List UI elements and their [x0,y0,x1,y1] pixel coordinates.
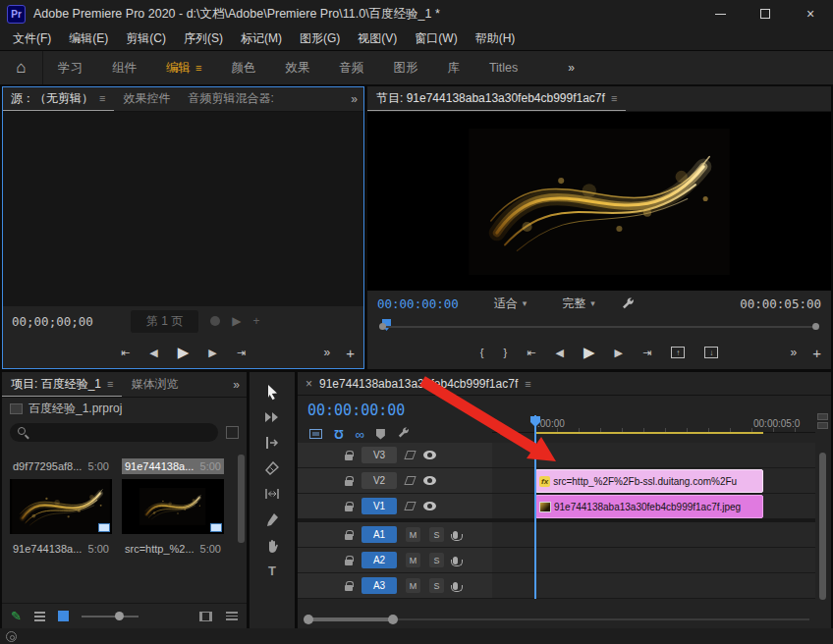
search-bin-icon[interactable] [226,426,239,439]
voiceover-record-icon[interactable] [453,557,458,564]
mute-button[interactable]: M [406,553,420,567]
program-timecode[interactable]: 00:00:00:00 [377,296,459,311]
project-menu-icon[interactable] [226,612,238,620]
menu-file[interactable]: 文件(F) [4,30,60,47]
tool-razor[interactable] [259,458,285,478]
track-lane-a2[interactable] [492,548,815,573]
home-button[interactable]: ⌂ [0,51,43,84]
solo-button[interactable]: S [429,578,444,593]
linked-selection-icon[interactable]: ∞ [356,428,364,441]
track-visibility-icon[interactable] [423,476,436,485]
timeline-clip-v2[interactable]: fx src=http_%2F%2Fb-ssl.duitang.com%2Fu [535,469,763,493]
mark-in-button[interactable]: { [480,347,484,358]
button-editor-icon[interactable]: + [346,345,355,361]
workspace-tab-effects[interactable]: 效果 [270,51,324,84]
hscroll-right-handle[interactable] [388,615,398,624]
timeline-timecode[interactable]: 00:00:00:00 [307,402,405,419]
go-to-in-button[interactable]: ⇤ [121,347,130,359]
timeline-settings-wrench-icon[interactable] [397,426,410,442]
settings-wrench-icon[interactable] [621,296,635,310]
track-visibility-icon[interactable] [423,451,436,459]
zoom-slider-handle[interactable] [115,612,124,620]
tool-type[interactable]: T [259,561,285,580]
panel-menu-icon[interactable]: ≡ [525,378,530,390]
maximize-button[interactable] [743,0,788,27]
track-target-v2[interactable]: V2 [361,472,397,489]
video-zoom-box[interactable] [817,413,828,420]
workspace-tab-assembly[interactable]: 组件 [97,51,151,84]
playhead-line[interactable] [534,415,536,599]
tab-overflow-icon[interactable]: » [343,92,364,106]
tool-ripple-edit[interactable] [259,433,285,453]
tab-effect-controls[interactable]: 效果控件 [114,86,179,111]
track-lock-icon[interactable] [345,585,353,591]
tab-audio-clip-mixer[interactable]: 音频剪辑混合器: [179,86,282,111]
timeline-clip-v1[interactable]: 91e744138aba13a30feb4cb999f1ac7f.jpeg [535,495,763,518]
lift-button[interactable]: ↑ [671,347,685,358]
program-scrubber[interactable] [367,316,831,336]
hscroll-left-handle[interactable] [304,615,313,624]
transport-overflow-icon[interactable]: » [791,346,798,359]
tab-source-monitor[interactable]: 源：（无剪辑）≡ [2,86,114,111]
track-lane-a3[interactable] [492,573,815,599]
track-target-v1[interactable]: V1 [361,498,397,514]
tool-slip[interactable] [259,484,285,504]
minimize-button[interactable] [697,0,743,27]
track-lane-v3[interactable] [492,443,815,468]
step-forward-button[interactable]: ▶ [208,347,216,359]
audio-zoom-box[interactable] [817,422,828,429]
button-editor-icon[interactable]: + [812,345,821,361]
zoom-fit-select[interactable]: 适合▾ [494,295,528,312]
panel-menu-icon[interactable]: ≡ [611,92,617,104]
sync-lock-icon[interactable] [404,502,416,510]
panel-menu-icon[interactable]: ≡ [99,92,105,104]
solo-button[interactable]: S [429,553,444,567]
drag-audio-icon[interactable]: + [252,314,259,328]
tool-hand[interactable] [259,535,285,555]
source-timecode[interactable]: 00;00;00;00 [12,314,93,329]
menu-sequence[interactable]: 序列(S) [175,30,232,47]
tab-program-monitor[interactable]: 节目: 91e744138aba13a30feb4cb999f1ac7f≡ [367,86,626,111]
workspace-overflow-icon[interactable]: » [568,61,574,75]
mute-button[interactable]: M [406,527,420,542]
snap-magnet-icon[interactable]: Ω [334,428,344,440]
track-lock-icon[interactable] [345,534,353,540]
track-lane-a1[interactable] [492,522,815,548]
tab-media-browser[interactable]: 媒体浏览 [122,372,187,397]
sync-lock-icon[interactable] [404,476,416,485]
track-target-v3[interactable]: V3 [361,447,397,463]
workspace-tab-learning[interactable]: 学习 [43,51,97,84]
timeline-horizontal-scrollbar[interactable] [304,615,809,624]
list-view-button[interactable] [34,612,45,621]
project-item[interactable]: d9f77295af8...5:00 [10,458,112,474]
project-scrollbar[interactable] [238,455,245,543]
workspace-tab-color[interactable]: 颜色 [216,51,270,84]
play-button[interactable]: ▶ [178,344,190,361]
menu-markers[interactable]: 标记(M) [232,30,291,47]
track-lock-icon[interactable] [345,560,353,565]
sync-lock-icon[interactable] [404,451,416,459]
project-item[interactable]: src=http_%2...5:00 [122,541,224,557]
timeline-ruler[interactable]: :00:00 00:00:05:0 [492,415,815,433]
add-marker-icon[interactable] [376,429,385,440]
tool-pen[interactable] [259,510,285,529]
timeline-vertical-scrollbar[interactable] [817,413,829,615]
go-to-out-button[interactable]: ⇥ [237,347,246,359]
track-lock-icon[interactable] [345,455,353,460]
project-item-thumbnail[interactable] [10,479,112,534]
track-target-a1[interactable]: A1 [361,526,397,543]
track-target-a2[interactable]: A2 [361,552,397,568]
track-lock-icon[interactable] [345,480,353,486]
thumbnail-zoom-slider[interactable] [82,616,139,617]
hscroll-thumb[interactable] [309,617,394,621]
step-back-button[interactable]: ◀ [149,347,157,359]
project-item[interactable]: 91e744138a...5:00 [10,541,112,557]
menu-view[interactable]: 视图(V) [349,30,406,47]
menu-window[interactable]: 窗口(W) [406,30,466,47]
project-file-row[interactable]: 百度经验_1.prproj [2,398,247,419]
menu-graphics[interactable]: 图形(G) [291,30,349,47]
tool-track-select-forward[interactable] [259,407,285,427]
workspace-tab-titles[interactable]: Titles [474,51,532,84]
step-forward-button[interactable]: ▶ [614,347,622,359]
search-input[interactable] [10,423,218,442]
